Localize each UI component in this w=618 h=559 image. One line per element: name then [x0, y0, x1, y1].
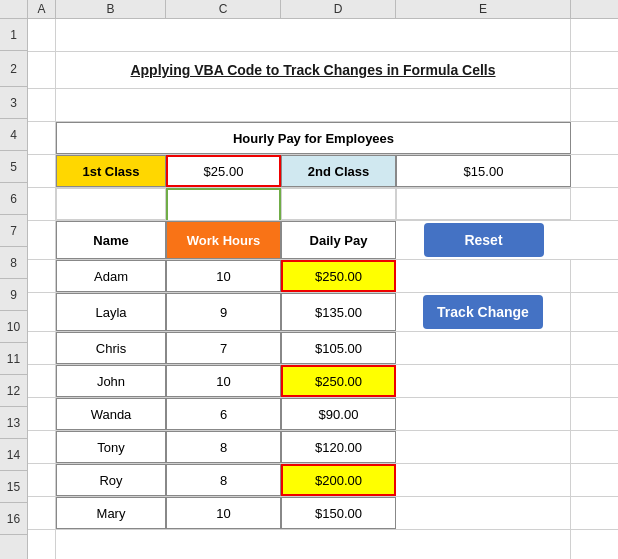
row-7: Name Work Hours Daily Pay Reset [28, 221, 618, 260]
row-num-6: 6 [0, 183, 27, 215]
cell-e6 [396, 188, 571, 220]
cell-b16-e16 [56, 530, 571, 559]
row-num-1: 1 [0, 19, 27, 51]
hourly-pay-header: Hourly Pay for Employees [56, 122, 571, 154]
pay-roy: $200.00 [281, 464, 396, 496]
spreadsheet: A B C D E 1 2 3 4 5 6 7 8 9 10 11 12 13 … [0, 0, 618, 559]
col-header-a: A [28, 0, 56, 18]
cell-a8 [28, 260, 56, 292]
col-header-rownum [0, 0, 28, 18]
cell-a14 [28, 464, 56, 496]
col-workhours-header: Work Hours [166, 221, 281, 259]
row-num-4: 4 [0, 119, 27, 151]
track-change-button[interactable]: Track Change [423, 295, 543, 329]
cell-a1 [28, 19, 56, 51]
cell-e15 [396, 497, 571, 529]
row-8: Adam 10 $250.00 [28, 260, 618, 293]
col-header-e: E [396, 0, 571, 18]
col-header-d: D [281, 0, 396, 18]
hours-chris: 7 [166, 332, 281, 364]
pay-adam: $250.00 [281, 260, 396, 292]
cell-a9 [28, 293, 56, 331]
row-num-12: 12 [0, 375, 27, 407]
hours-wanda: 6 [166, 398, 281, 430]
cell-a12 [28, 398, 56, 430]
cell-e10 [396, 332, 571, 364]
cell-a7 [28, 221, 56, 259]
row-16 [28, 530, 618, 559]
cell-a15 [28, 497, 56, 529]
row-6 [28, 188, 618, 221]
row-3 [28, 89, 618, 122]
row-num-15: 15 [0, 471, 27, 503]
col-header-b: B [56, 0, 166, 18]
hours-tony: 8 [166, 431, 281, 463]
hours-roy: 8 [166, 464, 281, 496]
cell-b1-e1 [56, 19, 571, 51]
row-num-13: 13 [0, 407, 27, 439]
row-num-9: 9 [0, 279, 27, 311]
row-num-3: 3 [0, 87, 27, 119]
row-numbers: 1 2 3 4 5 6 7 8 9 10 11 12 13 14 15 16 [0, 19, 28, 559]
name-mary: Mary [56, 497, 166, 529]
row-num-11: 11 [0, 343, 27, 375]
pay-tony: $120.00 [281, 431, 396, 463]
row-13: Tony 8 $120.00 [28, 431, 618, 464]
class2-value: $15.00 [396, 155, 571, 187]
row-num-10: 10 [0, 311, 27, 343]
row-num-7: 7 [0, 215, 27, 247]
row-num-2: 2 [0, 51, 27, 87]
cell-e11 [396, 365, 571, 397]
row-num-8: 8 [0, 247, 27, 279]
pay-layla: $135.00 [281, 293, 396, 331]
cell-e12 [396, 398, 571, 430]
cell-e7: Reset [396, 221, 571, 259]
cell-a5 [28, 155, 56, 187]
row-15: Mary 10 $150.00 [28, 497, 618, 530]
cell-a2 [28, 52, 56, 88]
name-adam: Adam [56, 260, 166, 292]
pay-wanda: $90.00 [281, 398, 396, 430]
row-2: Applying VBA Code to Track Changes in Fo… [28, 52, 618, 89]
pay-john: $250.00 [281, 365, 396, 397]
cell-a6 [28, 188, 56, 220]
row-num-5: 5 [0, 151, 27, 183]
reset-button[interactable]: Reset [424, 223, 544, 257]
pay-mary: $150.00 [281, 497, 396, 529]
cell-e8 [396, 260, 571, 292]
col-dailypay-header: Daily Pay [281, 221, 396, 259]
name-tony: Tony [56, 431, 166, 463]
name-layla: Layla [56, 293, 166, 331]
col-name-header: Name [56, 221, 166, 259]
name-john: John [56, 365, 166, 397]
cell-a11 [28, 365, 56, 397]
cell-a3 [28, 89, 56, 121]
cell-a4 [28, 122, 56, 154]
col-header-c: C [166, 0, 281, 18]
cell-b3-e3 [56, 89, 571, 121]
row-12: Wanda 6 $90.00 [28, 398, 618, 431]
class1-value: $25.00 [166, 155, 281, 187]
row-9: Layla 9 $135.00 Track Change [28, 293, 618, 332]
spreadsheet-title: Applying VBA Code to Track Changes in Fo… [56, 52, 571, 88]
row-14: Roy 8 $200.00 [28, 464, 618, 497]
row-num-16: 16 [0, 503, 27, 535]
cell-d6 [281, 188, 396, 220]
cell-area: Applying VBA Code to Track Changes in Fo… [28, 19, 618, 559]
cell-e13 [396, 431, 571, 463]
hours-john: 10 [166, 365, 281, 397]
cell-a16 [28, 530, 56, 559]
hours-mary: 10 [166, 497, 281, 529]
column-headers: A B C D E [0, 0, 618, 19]
hours-layla: 9 [166, 293, 281, 331]
row-11: John 10 $250.00 [28, 365, 618, 398]
name-wanda: Wanda [56, 398, 166, 430]
name-roy: Roy [56, 464, 166, 496]
cell-a10 [28, 332, 56, 364]
class2-label: 2nd Class [281, 155, 396, 187]
cell-a13 [28, 431, 56, 463]
cell-e9: Track Change [396, 293, 571, 331]
pay-chris: $105.00 [281, 332, 396, 364]
hours-adam: 10 [166, 260, 281, 292]
cell-c6 [166, 188, 281, 220]
